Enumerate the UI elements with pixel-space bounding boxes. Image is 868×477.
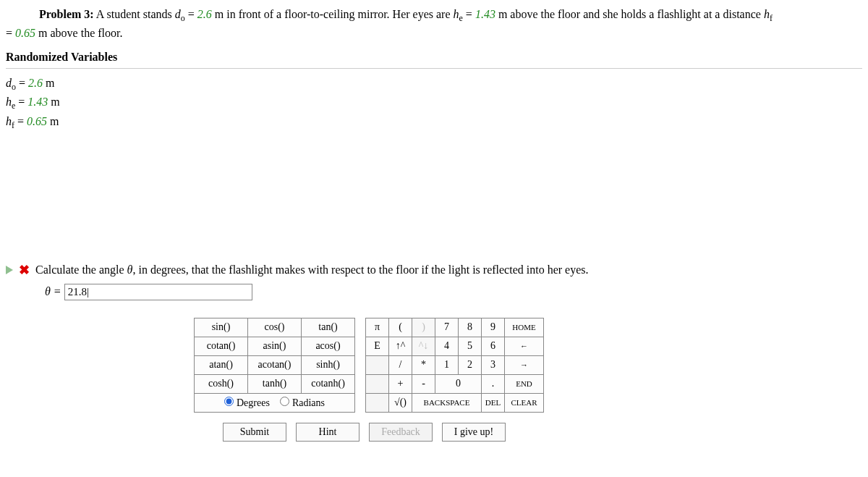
kp-3[interactable]: 3 xyxy=(482,355,505,374)
kp-rparen[interactable]: ) xyxy=(412,318,435,337)
kp-empty2 xyxy=(366,374,389,393)
fn-asin[interactable]: asin() xyxy=(248,337,302,355)
kp-backspace[interactable]: BACKSPACE xyxy=(412,393,482,412)
variables-list: do = 2.6 m he = 1.43 m hf = 0.65 m xyxy=(6,75,862,132)
hint-button[interactable]: Hint xyxy=(296,423,359,442)
degrees-radio[interactable]: Degrees xyxy=(224,397,270,408)
kp-right[interactable]: → xyxy=(505,355,544,374)
kp-home[interactable]: HOME xyxy=(505,318,544,337)
kp-6[interactable]: 6 xyxy=(482,337,505,355)
fn-sin[interactable]: sin() xyxy=(195,318,248,337)
fn-cotan[interactable]: cotan() xyxy=(195,337,248,355)
problem-statement: Problem 3: A student stands do = 2.6 m i… xyxy=(6,6,862,42)
kp-pi[interactable]: π xyxy=(366,318,389,337)
kp-e[interactable]: E xyxy=(366,337,389,355)
kp-empty xyxy=(366,355,389,374)
kp-0[interactable]: 0 xyxy=(435,374,482,393)
fn-atan[interactable]: atan() xyxy=(195,355,248,374)
kp-minus[interactable]: - xyxy=(412,374,435,393)
fn-cotanh[interactable]: cotanh() xyxy=(302,374,355,393)
angle-mode-row: Degrees Radians xyxy=(195,393,355,412)
kp-clear[interactable]: CLEAR xyxy=(505,393,544,412)
kp-left[interactable]: ← xyxy=(505,337,544,355)
problem-label: Problem 3: xyxy=(39,8,94,20)
action-buttons: Submit Hint Feedback I give up! xyxy=(223,423,862,442)
randomized-variables-heading: Randomized Variables xyxy=(6,51,862,64)
kp-8[interactable]: 8 xyxy=(459,318,482,337)
kp-up[interactable]: ↑^ xyxy=(389,337,412,355)
fn-cos[interactable]: cos() xyxy=(248,318,302,337)
incorrect-icon: ✖ xyxy=(19,262,30,278)
kp-dot[interactable]: . xyxy=(482,374,505,393)
kp-9[interactable]: 9 xyxy=(482,318,505,337)
kp-del[interactable]: DEL xyxy=(482,393,505,412)
kp-7[interactable]: 7 xyxy=(435,318,459,337)
fn-cosh[interactable]: cosh() xyxy=(195,374,248,393)
giveup-button[interactable]: I give up! xyxy=(442,423,506,442)
kp-5[interactable]: 5 xyxy=(459,337,482,355)
kp-end[interactable]: END xyxy=(505,374,544,393)
question-text: Calculate the angle θ, in degrees, that … xyxy=(35,263,589,277)
theta-label: θ = xyxy=(45,285,64,297)
fn-acos[interactable]: acos() xyxy=(302,337,355,355)
fn-tanh[interactable]: tanh() xyxy=(248,374,302,393)
fn-tan[interactable]: tan() xyxy=(302,318,355,337)
answer-row: θ = xyxy=(45,284,862,300)
fn-sinh[interactable]: sinh() xyxy=(302,355,355,374)
submit-button[interactable]: Submit xyxy=(223,423,286,442)
answer-input[interactable] xyxy=(64,284,252,300)
kp-2[interactable]: 2 xyxy=(459,355,482,374)
divider xyxy=(6,68,862,69)
keypad-panel: π ( ) 7 8 9 HOME E ↑^ ^↓ 4 5 6 ← / * xyxy=(365,318,544,413)
kp-4[interactable]: 4 xyxy=(435,337,459,355)
kp-lparen[interactable]: ( xyxy=(389,318,412,337)
kp-empty3 xyxy=(366,393,389,412)
play-icon[interactable] xyxy=(6,266,13,274)
function-panel: sin() cos() tan() cotan() asin() acos() … xyxy=(194,318,355,413)
kp-slash[interactable]: / xyxy=(389,355,412,374)
kp-plus[interactable]: + xyxy=(389,374,412,393)
feedback-button: Feedback xyxy=(369,423,433,442)
question-row: ✖ Calculate the angle θ, in degrees, tha… xyxy=(6,262,862,278)
kp-sqrt[interactable]: √() xyxy=(389,393,412,412)
kp-down[interactable]: ^↓ xyxy=(412,337,435,355)
radians-radio[interactable]: Radians xyxy=(280,397,325,408)
kp-1[interactable]: 1 xyxy=(435,355,459,374)
kp-star[interactable]: * xyxy=(412,355,435,374)
fn-acotan[interactable]: acotan() xyxy=(248,355,302,374)
